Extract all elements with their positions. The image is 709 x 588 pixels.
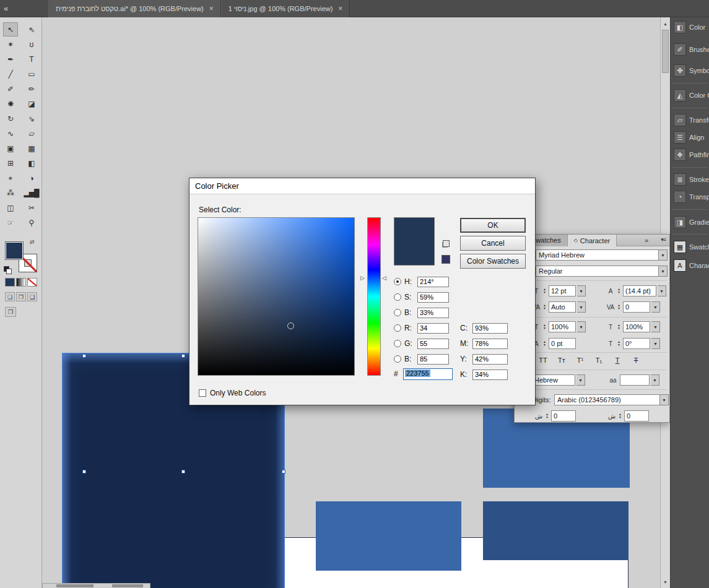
pen-tool[interactable]: ✒ — [3, 52, 18, 66]
blue-rectangle-bottom-right[interactable] — [483, 501, 629, 560]
collapse-panel-group-icon[interactable]: » — [645, 236, 648, 244]
document-tab-1[interactable]: טקסט לחוברת פנימית.ai* @ 100% (RGB/Previ… — [48, 0, 221, 17]
tab-character[interactable]: ◇ Character — [568, 235, 617, 246]
m-field[interactable]: 78% — [472, 339, 508, 349]
selection-handle[interactable] — [82, 470, 86, 473]
dock-item-gradient[interactable]: ◨ Gradient — [671, 214, 709, 231]
scrollbar-thumb[interactable] — [662, 30, 669, 73]
pencil-tool[interactable]: ✏ — [24, 82, 39, 96]
k-field[interactable]: 34% — [472, 370, 508, 380]
chevron-down-icon[interactable]: ▼ — [651, 321, 660, 332]
kerning-field[interactable]: Auto — [549, 301, 576, 313]
hex-field[interactable]: 223755 — [403, 368, 453, 380]
r-field[interactable]: 34 — [417, 323, 449, 334]
artboard-tool[interactable]: ◫ — [3, 201, 18, 215]
dock-item-swatches[interactable]: ▦ Swatches — [671, 238, 709, 256]
saturation-brightness-field[interactable] — [198, 217, 355, 376]
hue-slider-arrow-right[interactable]: ◁ — [382, 275, 386, 281]
width-tool[interactable]: ∿ — [3, 126, 18, 141]
eraser-tool[interactable]: ◪ — [24, 97, 39, 111]
shape-builder-tool[interactable]: ▣ — [3, 141, 18, 155]
chevron-down-icon[interactable]: ▼ — [659, 249, 668, 261]
y-field[interactable]: 42% — [472, 354, 508, 365]
h-radio[interactable] — [394, 278, 401, 285]
chevron-down-icon[interactable]: ▼ — [660, 394, 669, 405]
dock-item-transparency[interactable]: ◔ Transparency — [671, 188, 709, 205]
kashida-right-field[interactable]: 0 — [624, 410, 649, 422]
selection-handle[interactable] — [282, 470, 285, 473]
magic-wand-tool[interactable]: ✶ — [3, 37, 18, 51]
character-rotation-field[interactable]: 0° — [623, 338, 650, 349]
superscript-button[interactable]: T¹ — [573, 355, 588, 366]
font-size-stepper[interactable]: ▲▼ — [542, 288, 547, 294]
leading-field[interactable]: (14.4 pt) — [623, 285, 656, 296]
kashida-right-stepper[interactable]: ▲▼ — [617, 413, 623, 419]
web-safe-color-swatch[interactable] — [441, 255, 450, 264]
scroll-up-icon[interactable]: ▲ — [661, 19, 670, 28]
color-marker[interactable] — [287, 322, 294, 329]
dialog-title-bar[interactable]: Color Picker — [189, 178, 535, 194]
slice-tool[interactable]: ✂ — [24, 201, 39, 215]
chevron-down-icon[interactable]: ▼ — [659, 266, 668, 277]
ok-button[interactable]: OK — [460, 218, 526, 233]
gradient-tool[interactable]: ◧ — [24, 156, 39, 170]
strikethrough-button[interactable]: T — [629, 355, 643, 366]
kashida-left-field[interactable]: 0 — [551, 410, 576, 422]
blend-tool[interactable]: ◑ — [24, 171, 39, 185]
digits-select[interactable]: Arabic (0123456789) ▼ — [554, 394, 669, 405]
font-style-select[interactable]: Regular ▼ — [536, 266, 668, 277]
small-caps-button[interactable]: Tᴛ — [554, 355, 569, 366]
gradient-button[interactable] — [16, 278, 26, 287]
vertical-scale-field[interactable]: 100% — [623, 321, 650, 332]
s-field[interactable]: 59% — [417, 292, 449, 303]
b-field[interactable]: 33% — [417, 308, 449, 318]
chevron-down-icon[interactable]: ▼ — [577, 285, 586, 296]
rotate-tool[interactable]: ↻ — [3, 111, 18, 126]
dock-item-character[interactable]: A Character — [671, 257, 709, 274]
underline-button[interactable]: T — [610, 355, 625, 366]
tracking-stepper[interactable]: ▲▼ — [616, 304, 622, 310]
c-field[interactable]: 93% — [472, 323, 508, 334]
lasso-tool[interactable]: ʊ — [24, 37, 39, 51]
panel-menu-icon[interactable]: ▾≡ — [661, 236, 666, 243]
scale-tool[interactable]: ⇘ — [24, 111, 39, 126]
screen-mode-icon[interactable]: ❒ — [5, 307, 16, 317]
selection-handle[interactable] — [82, 354, 86, 358]
chevron-down-icon[interactable]: ▼ — [577, 321, 586, 332]
scrollbar-segment[interactable] — [112, 584, 143, 587]
chevron-down-icon[interactable]: ▼ — [577, 301, 586, 313]
chevron-down-icon[interactable]: ▼ — [651, 338, 660, 349]
dock-item-symbols[interactable]: ✤ Symbols — [671, 62, 709, 79]
leading-stepper[interactable]: ▲▼ — [616, 288, 622, 294]
default-fill-stroke-icon[interactable] — [4, 266, 12, 275]
h-field[interactable]: 214° — [417, 277, 449, 287]
g-field[interactable]: 55 — [417, 339, 449, 349]
chevron-down-icon[interactable]: ▼ — [658, 285, 666, 296]
chevron-down-icon[interactable]: ▼ — [576, 374, 585, 386]
scroll-down-icon[interactable]: ▼ — [661, 577, 670, 587]
zoom-tool[interactable]: ⚲ — [24, 215, 39, 230]
s-radio[interactable] — [394, 293, 401, 301]
b-radio[interactable] — [394, 309, 401, 316]
horizontal-scale-stepper[interactable]: ▲▼ — [542, 324, 547, 330]
dock-item-transform[interactable]: ▱ Transform — [671, 111, 709, 129]
chevron-down-icon[interactable]: ▼ — [651, 301, 660, 313]
web-safe-cube-icon[interactable] — [443, 240, 450, 247]
perspective-grid-tool[interactable]: ▦ — [24, 141, 39, 155]
kerning-stepper[interactable]: ▲▼ — [542, 304, 547, 310]
column-graph-tool[interactable]: ▂▅█ — [24, 186, 39, 200]
line-tool[interactable]: ╱ — [3, 67, 18, 81]
tracking-field[interactable]: 0 — [623, 301, 650, 313]
dock-item-pathfinder[interactable]: ❖ Pathfinder — [671, 146, 709, 163]
collapse-panels-icon[interactable]: « — [4, 4, 8, 13]
hue-slider-arrow-left[interactable]: ▷ — [360, 275, 365, 281]
blue-rectangle-bottom-left[interactable] — [316, 501, 461, 571]
r-radio[interactable] — [394, 324, 401, 332]
mesh-tool[interactable]: ⊞ — [3, 156, 18, 170]
all-caps-button[interactable]: TT — [536, 355, 550, 366]
rectangle-tool[interactable]: ▭ — [24, 67, 39, 81]
character-rotation-stepper[interactable]: ▲▼ — [616, 340, 622, 347]
eyedropper-tool[interactable]: ⌖ — [3, 171, 18, 185]
dock-item-brushes[interactable]: ✐ Brushes — [671, 41, 709, 58]
swap-fill-stroke-icon[interactable]: ⇄ — [30, 239, 35, 245]
